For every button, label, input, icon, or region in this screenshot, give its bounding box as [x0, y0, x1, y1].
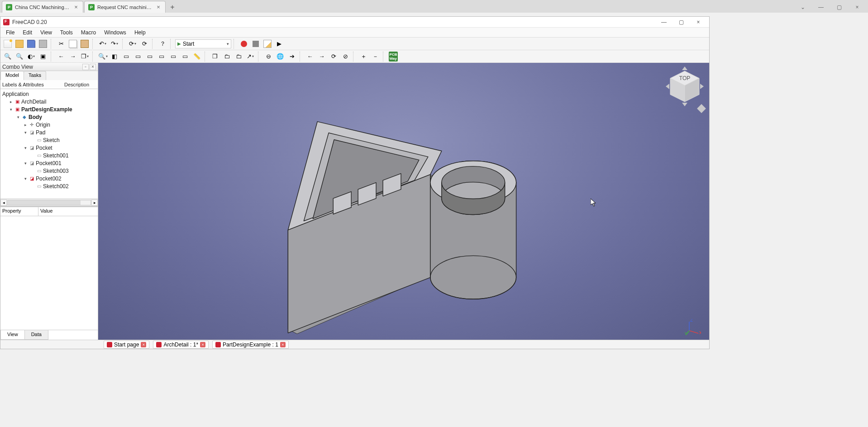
window-close-button[interactable]: × [850, 2, 864, 13]
refresh-dep-button[interactable]: ⟳▾ [127, 38, 138, 49]
doc-tab-partdesign[interactable]: PartDesignExample : 1 × [212, 341, 289, 349]
menu-edit[interactable]: Edit [19, 28, 36, 37]
property-tab-data[interactable]: Data [24, 330, 48, 340]
measure-button[interactable]: 📏 [191, 51, 202, 62]
expander-icon[interactable]: ▾ [23, 130, 28, 135]
tree-doc-PartDesignExample[interactable]: ▾ ▣ PartDesignExample [0, 105, 98, 113]
tree-feature-Pocket001[interactable]: ▾ ◪ Pocket001 [0, 159, 98, 167]
tree-feature-Origin[interactable]: ▸ ✛ Origin [0, 121, 98, 128]
tree-sketch-Sketch[interactable]: ▭ Sketch [0, 136, 98, 144]
expander-icon[interactable]: ▾ [23, 146, 28, 150]
doc-tab-close[interactable]: × [141, 342, 146, 347]
menu-view[interactable]: View [37, 28, 56, 37]
expander-icon[interactable]: ▸ [23, 123, 28, 127]
fit-selection-button[interactable]: 🔍 [14, 51, 25, 62]
edit-macro-button[interactable] [262, 38, 273, 49]
navigation-cube[interactable]: TOP [663, 66, 706, 114]
save-file-button[interactable] [26, 38, 37, 49]
navcube-right-arrow[interactable] [700, 84, 704, 89]
new-tab-button[interactable]: + [167, 2, 178, 13]
tab-close-button[interactable]: × [155, 4, 162, 10]
tree-feature-Pocket[interactable]: ▾ ◪ Pocket [0, 144, 98, 152]
window-minimize-button[interactable]: — [814, 2, 828, 13]
expander-icon[interactable]: ▾ [23, 161, 28, 166]
web-home-button[interactable]: 🌐 [275, 51, 286, 62]
undock-button[interactable]: ▫ [82, 64, 89, 70]
scroll-right-button[interactable]: ▸ [91, 199, 98, 206]
link-group-button[interactable]: 🗀 [233, 51, 244, 62]
isometric-button[interactable]: ◧ [109, 51, 120, 62]
tree-root[interactable]: Application [0, 90, 98, 98]
tree-scrollbar[interactable]: ◂ ▸ [0, 199, 98, 206]
navcube-up-arrow[interactable] [682, 66, 687, 70]
menu-windows[interactable]: Windows [100, 28, 130, 37]
expander-icon[interactable]: ▾ [23, 176, 28, 181]
browser-tab-1[interactable]: P Request CNC machining quot × [84, 1, 166, 13]
3d-viewport[interactable]: TOP x y z [98, 63, 709, 340]
navcube-mini-icon[interactable] [697, 104, 706, 113]
property-body[interactable] [0, 216, 98, 330]
tree-sketch-Sketch003[interactable]: ▭ Sketch003 [0, 167, 98, 175]
link-nav-button[interactable]: ❐▾ [79, 51, 90, 62]
undo-button[interactable]: ↶▾ [97, 38, 108, 49]
expander-icon[interactable]: ▸ [9, 100, 13, 104]
scroll-thumb[interactable] [8, 200, 81, 205]
window-close-button[interactable]: × [690, 17, 706, 27]
record-macro-button[interactable] [238, 38, 249, 49]
freecad-titlebar[interactable]: FreeCAD 0.20 — ▢ × [0, 17, 709, 28]
web-back-button[interactable]: ⊖ [263, 51, 274, 62]
menu-file[interactable]: File [2, 28, 18, 37]
web-reload-button[interactable]: ⟳ [328, 51, 339, 62]
whats-this-button[interactable]: ？ [157, 38, 168, 49]
nav-fwd-button[interactable]: → [67, 51, 78, 62]
menu-macro[interactable]: Macro [77, 28, 100, 37]
tree-sketch-Sketch001[interactable]: ▭ Sketch001 [0, 152, 98, 159]
expander-icon[interactable]: ▾ [16, 115, 20, 119]
open-file-button[interactable] [14, 38, 25, 49]
redo-button[interactable]: ↷▾ [109, 38, 120, 49]
browser-tab-0[interactable]: P China CNC Machining Prototy × [2, 1, 83, 13]
window-maximize-button[interactable]: ▢ [832, 2, 846, 13]
rear-button[interactable]: ▭ [156, 51, 167, 62]
bottom-button[interactable]: ▭ [168, 51, 179, 62]
web-next-button[interactable]: → [316, 51, 327, 62]
chevron-down-icon[interactable]: ⌄ [796, 2, 810, 13]
doc-tab-close[interactable]: × [200, 342, 205, 347]
run-macro-button[interactable]: ▶ [274, 38, 285, 49]
copy-button[interactable] [67, 38, 78, 49]
draw-style-button[interactable]: ◐▾ [26, 51, 37, 62]
nav-back-button[interactable]: ← [56, 51, 67, 62]
zoom-select-button[interactable]: 🔍▾ [97, 51, 108, 62]
recompute-button[interactable]: ⟳ [139, 38, 150, 49]
web-zoom-in-button[interactable]: ＋ [358, 51, 369, 62]
tree-feature-Pad[interactable]: ▾ ◪ Pad [0, 128, 98, 136]
doc-tab-archdetail[interactable]: ArchDetail : 1* × [153, 341, 209, 349]
navcube-left-arrow[interactable] [666, 84, 669, 89]
tree-body[interactable]: ▾ ◆ Body [0, 113, 98, 121]
web-zoom-out-button[interactable]: － [370, 51, 381, 62]
front-button[interactable]: ▭ [121, 51, 132, 62]
close-panel-button[interactable]: × [90, 64, 96, 70]
window-minimize-button[interactable]: — [656, 17, 672, 27]
doc-tab-start[interactable]: Start page × [104, 341, 149, 349]
tree-feature-Pocket002[interactable]: ▾ ◪ Pocket002 [0, 175, 98, 182]
tab-close-button[interactable]: × [73, 4, 79, 10]
window-maximize-button[interactable]: ▢ [673, 17, 689, 27]
navcube-down-arrow[interactable] [682, 103, 687, 106]
group-button[interactable]: 🗀 [221, 51, 232, 62]
combo-tab-model[interactable]: Model [0, 71, 24, 80]
stop-macro-button[interactable] [250, 38, 261, 49]
link-actions-button[interactable]: ↗▾ [245, 51, 256, 62]
scroll-track[interactable] [7, 200, 91, 205]
expander-icon[interactable]: ▾ [9, 107, 13, 112]
top-button[interactable]: ▭ [133, 51, 143, 62]
model-tree[interactable]: Application ▸ ▣ ArchDetail ▾ ▣ PartDesig… [0, 89, 98, 199]
right-button[interactable]: ▭ [144, 51, 155, 62]
web-go-button[interactable]: ➔ [286, 51, 297, 62]
web-stop-button[interactable]: ⊘ [340, 51, 351, 62]
bounding-box-button[interactable]: ▣ [38, 51, 48, 62]
part-link-button[interactable]: ❐ [210, 51, 220, 62]
menu-help[interactable]: Help [131, 28, 149, 37]
tree-sketch-Sketch002[interactable]: ▭ Sketch002 [0, 182, 98, 190]
fit-all-button[interactable]: 🔍 [2, 51, 13, 62]
